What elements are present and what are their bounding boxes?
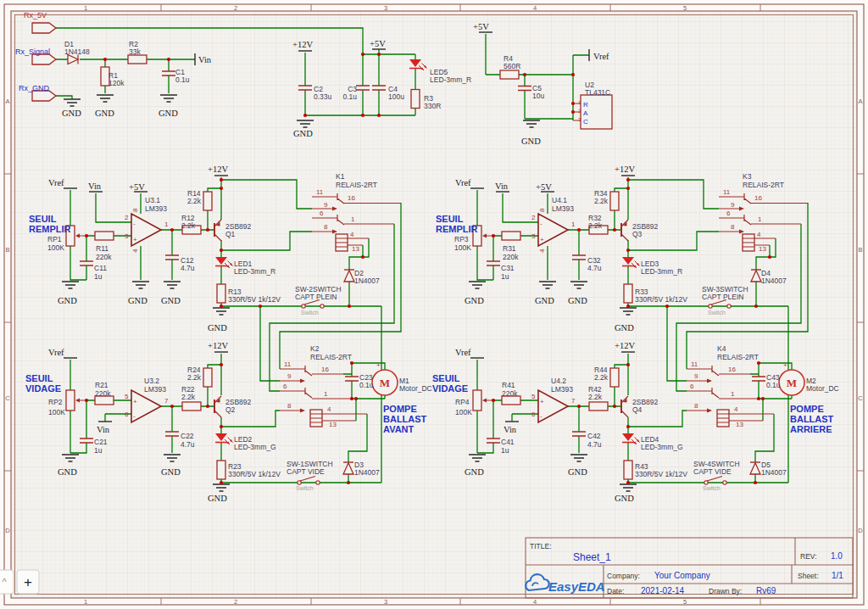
label-seuil_vidage_left: VIDAGE [25,383,61,394]
ruler-top-2: 2 [234,4,237,12]
ruler-right-c: C [858,394,863,402]
label-relay_k2: 1N4007 [354,468,380,477]
schematic-editor-canvas[interactable]: 1 2 3 4 5 1 2 3 4 5 A B C D A B C D [0,0,868,609]
label-relay_k3: 4 [757,231,761,238]
label-relay_k1: K1 [336,172,345,181]
label-seuil_vidage_right: 4.7u [587,440,602,449]
label-seuil_vidage_left: RP2 [48,398,63,406]
ruler-left-b: B [5,246,9,254]
label-seuil_vidage_right: GND [465,467,484,477]
ruler-bottom-2: 2 [234,598,237,606]
label-top_left: Rx_5V [24,11,47,20]
label-seuil_vidage_right: U4.2 [551,377,566,385]
label-relay_k1: 8 [324,223,328,231]
resistor-symbol [500,70,519,79]
label-seuil_remplir_left: GND [58,296,77,305]
label-relay_k1: CAPT PLEIN [295,293,337,301]
label-relay_k2: RELAIS-2RT [310,353,352,361]
label-relay_k2: 4 [327,405,331,413]
label-seuil_remplir_right: Q3 [632,230,643,238]
label-relay_k1: 4 [350,231,354,238]
label-relay_k3: CAPT PLEIN [702,293,743,301]
label-relay_k4: 1N4007 [761,468,787,477]
label-seuil_vidage_right: LED-3mm_G [641,443,683,451]
sheet-label: Sheet: [798,572,819,580]
label-top_right: +5V [473,22,489,31]
label-relay_k2: 11 [284,360,292,368]
label-top_left: 120k [108,79,125,87]
label-seuil_remplir_right: Vref [455,178,471,187]
label-seuil_vidage_right: 6 [531,411,536,418]
label-seuil_vidage_right: VIDAGE [432,383,468,394]
label-seuil_remplir_left: R11 [96,244,108,253]
label-seuil_remplir_right: SEUIL [436,214,464,224]
label-seuil_remplir_left: GND [128,296,147,305]
label-top_left: GND [62,109,81,118]
label-seuil_remplir_left: RP1 [47,235,62,243]
label-seuil_vidage_right: 1u [501,446,509,455]
easyeda-logo-text: EasyEDA [548,579,605,594]
label-relay_k4: 13 [736,421,743,428]
ruler-left-a: A [5,98,9,105]
ruler-left-c: C [5,394,10,402]
sheet-title: Sheet_1 [573,551,611,563]
label-seuil_remplir_right: REMPLIR [436,224,478,234]
ruler-right-a: A [858,98,862,105]
label-seuil_vidage_left: 330R/5V 1k/12V [228,470,281,478]
label-seuil_remplir_right: 8 [538,208,546,212]
label-relay_k2: POMPE [383,404,417,414]
label-seuil_vidage_right: LM393 [551,385,573,394]
label-seuil_remplir_right: U4.1 [552,196,567,204]
label-seuil_remplir_left: +5V [129,182,145,192]
label-seuil_vidage_right: 100K [455,408,472,416]
label-seuil_vidage_left: R21 [95,381,108,389]
label-relay_k3: 8 [731,223,735,231]
label-seuil_remplir_right: 3 [531,232,536,240]
label-top_left: Rx_GND [19,84,50,92]
label-relay_k3: 1N4007 [761,277,787,285]
label-seuil_remplir_right: GND [535,296,554,305]
label-top_left: 0.1u [175,75,190,84]
label-relay_k3: 6 [726,210,731,217]
rev-value: 1.0 [831,551,843,561]
label-seuil_remplir_right: +5V [536,182,552,192]
drawn-by-label: Drawn By: [709,587,742,595]
label-seuil_remplir_left: REMPLIR [29,224,71,234]
label-seuil_remplir_left: 1 [164,221,169,228]
label-top_left: Rx_Signal [15,47,50,56]
label-relay_k2: AVANT [383,424,415,434]
resistor-symbol [128,55,147,64]
label-seuil_remplir_right: 220k [503,253,519,261]
ruler-top-1: 1 [84,4,87,12]
label-seuil_remplir_right: 2 [531,214,536,221]
label-seuil_remplir_right: + [540,236,544,243]
label-top_mid: 0.33u [314,92,332,101]
label-seuil_vidage_right: GND [568,467,587,477]
label-seuil_remplir_left: Q1 [225,230,236,238]
label-seuil_remplir_right: R31 [503,244,516,253]
company-value: Your Company [654,571,710,580]
label-seuil_vidage_left: 220k [95,389,111,398]
label-seuil_vidage_left: GND [58,467,77,477]
label-relay_k2: 6 [283,383,287,390]
label-top_right: Vref [593,52,609,61]
ruler-top-5: 5 [683,4,687,12]
label-seuil_vidage_left: 7 [164,397,169,405]
label-relay_k3: RELAIS-2RT [743,181,784,189]
label-seuil_vidage_left: C21 [94,438,108,446]
label-relay_k1: 1N4007 [354,277,380,285]
label-top_mid: +12V [292,40,313,49]
label-relay_k4: 11 [691,360,698,368]
label-top_right: C [583,118,588,126]
label-seuil_remplir_left: LM393 [145,204,167,213]
label-seuil_remplir_right: 2.2k [588,221,603,230]
date-label: Date: [607,587,624,595]
label-seuil_vidage_left: SEUIL [25,373,53,383]
label-relay_k4: M [787,377,797,389]
label-relay_k4: 6 [690,383,694,390]
label-seuil_vidage_right: RP4 [455,398,470,406]
label-seuil_remplir_right: 4 [538,249,546,253]
label-seuil_remplir_right: GND [465,296,484,305]
label-seuil_vidage_left: + [133,398,137,405]
ruler-bottom-5: 5 [683,598,687,606]
